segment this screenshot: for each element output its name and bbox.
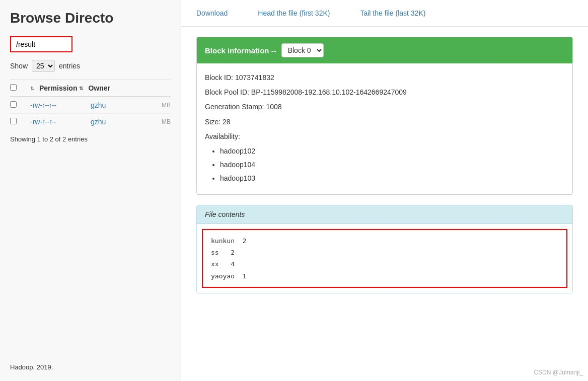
block-id-label: Block ID:: [205, 73, 233, 82]
file-line-1: kunkun 2: [211, 235, 558, 247]
permission-header-label: Permission: [39, 84, 77, 92]
right-panel: Download Head the file (first 32K) Tail …: [181, 0, 588, 381]
owner-header-label: Owner: [88, 84, 110, 92]
size-line: Size: 28: [205, 116, 564, 128]
file-line-2: ss 2: [211, 247, 558, 258]
row1-block-size: MB: [162, 102, 171, 109]
table-header: ⇅ Permission ⇅ Owner: [10, 80, 171, 97]
download-link[interactable]: Download: [196, 9, 228, 17]
block-pool-id-line: Block Pool ID: BP-1159982008-192.168.10.…: [205, 86, 564, 99]
block-pool-id-label: Block Pool ID:: [205, 88, 249, 96]
table-row: -rw-r--r-- gzhu MB: [10, 97, 171, 114]
header-checkbox-col: [10, 84, 25, 92]
page-title: Browse Directo: [10, 10, 171, 26]
entries-select[interactable]: 25: [32, 60, 55, 72]
size-value: 28: [223, 118, 231, 126]
entries-label: entries: [59, 62, 80, 70]
modal-top-links: Download Head the file (first 32K) Tail …: [181, 0, 588, 27]
tail-file-link[interactable]: Tail the file (last 32K): [360, 9, 425, 17]
row2-owner[interactable]: gzhu: [91, 118, 121, 126]
file-contents-inner: kunkun 2 ss 2 xx 4 yaoyao 1: [202, 229, 567, 288]
footer-text: Hadoop, 2019.: [10, 363, 53, 371]
file-line-3: xx 4: [211, 258, 558, 270]
block-select[interactable]: Block 0: [281, 43, 324, 57]
row2-check[interactable]: [10, 118, 17, 124]
file-contents-section: File contents kunkun 2 ss 2 xx 4 yaoyao …: [196, 205, 573, 294]
file-contents-header: File contents: [197, 205, 572, 224]
row1-check[interactable]: [10, 101, 17, 108]
block-id-line: Block ID: 1073741832: [205, 71, 564, 84]
generation-stamp-value: 1008: [266, 103, 281, 111]
path-input[interactable]: [11, 37, 71, 51]
watermark: CSDN @Jumanji_: [534, 369, 583, 376]
block-info-title: Block information --: [205, 46, 276, 55]
row2-block-size: MB: [162, 118, 171, 125]
permission-col-header[interactable]: Permission ⇅: [39, 84, 83, 92]
row2-permission[interactable]: -rw-r--r--: [30, 118, 86, 126]
file-line-4: yaoyao 1: [211, 270, 558, 282]
owner-col-header[interactable]: Owner: [88, 84, 110, 92]
left-panel: Browse Directo Show 25 entries ⇅ Permiss…: [0, 0, 181, 381]
select-all-checkbox[interactable]: [10, 84, 17, 91]
showing-text: Showing 1 to 2 of 2 entries: [10, 135, 171, 143]
block-id-value: 1073741832: [235, 73, 274, 82]
availability-node-1: hadoop102: [220, 145, 564, 158]
table-row: -rw-r--r-- gzhu MB: [10, 114, 171, 130]
availability-label: Availability:: [205, 130, 564, 143]
availability-node-3: hadoop103: [220, 172, 564, 185]
file-contents-body: kunkun 2 ss 2 xx 4 yaoyao 1: [197, 224, 572, 293]
show-label: Show: [10, 62, 28, 70]
row1-checkbox: [10, 101, 25, 109]
generation-stamp-line: Generation Stamp: 1008: [205, 101, 564, 113]
sort-icon-permission: ⇅: [79, 86, 83, 91]
size-label: Size:: [205, 118, 220, 126]
sort-icon-1: ⇅: [30, 86, 34, 91]
generation-stamp-label: Generation Stamp:: [205, 103, 264, 111]
block-info-body: Block ID: 1073741832 Block Pool ID: BP-1…: [197, 63, 572, 194]
availability-node-2: hadoop104: [220, 159, 564, 171]
show-entries-row: Show 25 entries: [10, 60, 171, 72]
availability-list: hadoop102 hadoop104 hadoop103: [220, 145, 564, 185]
block-info-header: Block information -- Block 0: [197, 37, 572, 63]
block-pool-id-value: BP-1159982008-192.168.10.102-16426692470…: [251, 88, 407, 96]
head-file-link[interactable]: Head the file (first 32K): [258, 9, 330, 17]
row1-permission[interactable]: -rw-r--r--: [30, 101, 86, 109]
block-info-section: Block information -- Block 0 Block ID: 1…: [196, 37, 573, 195]
row1-owner[interactable]: gzhu: [91, 101, 121, 109]
path-input-wrapper: [10, 36, 72, 52]
row2-checkbox: [10, 118, 25, 126]
modal-content: Download Head the file (first 32K) Tail …: [181, 0, 588, 381]
